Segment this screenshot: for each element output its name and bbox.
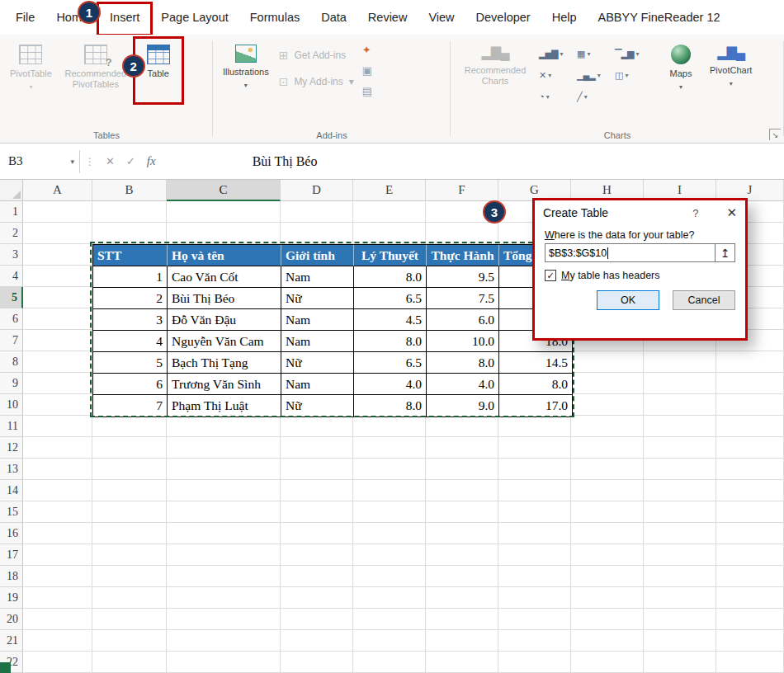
cell-d17[interactable] <box>281 544 353 566</box>
cell-c20[interactable] <box>167 609 281 630</box>
row-header-12[interactable]: 12 <box>0 437 23 459</box>
cell-h20[interactable] <box>571 609 644 630</box>
table-cell[interactable]: 9.5 <box>427 266 499 288</box>
cell-e2[interactable] <box>353 223 426 244</box>
table-cell[interactable]: Bạch Thị Tạng <box>168 352 281 374</box>
insert-waterfall-chart-button[interactable]: ▔▂▆▾ <box>611 43 649 64</box>
cell-b2[interactable] <box>92 223 167 244</box>
cell-j19[interactable] <box>716 587 784 609</box>
insert-hierarchy-chart-button[interactable]: ▦▾ <box>573 43 611 64</box>
cell-f16[interactable] <box>426 523 498 544</box>
cell-f15[interactable] <box>426 501 498 523</box>
cell-j10[interactable] <box>716 394 784 416</box>
cell-d1[interactable] <box>281 201 353 223</box>
table-cell[interactable]: 8.0 <box>354 331 427 352</box>
cell-d2[interactable] <box>281 223 353 244</box>
column-header-d[interactable]: D <box>281 180 353 201</box>
cell-f14[interactable] <box>426 480 498 501</box>
addin-shortcut-icon[interactable]: ✦ <box>362 45 372 55</box>
cell-i13[interactable] <box>644 459 716 480</box>
tab-help[interactable]: Help <box>541 0 588 35</box>
cell-b14[interactable] <box>92 480 167 501</box>
cell-a22[interactable] <box>23 652 92 673</box>
tab-developer[interactable]: Developer <box>465 0 541 35</box>
cell-j22[interactable] <box>716 652 784 673</box>
cell-i11[interactable] <box>644 416 716 437</box>
cell-i8[interactable] <box>644 351 716 373</box>
tab-formulas[interactable]: Formulas <box>239 0 310 35</box>
tab-data[interactable]: Data <box>310 0 357 35</box>
table-cell[interactable]: 4 <box>93 331 168 352</box>
table-cell[interactable]: 6.5 <box>354 352 427 374</box>
row-header-20[interactable]: 20 <box>0 609 23 630</box>
table-cell[interactable]: 5 <box>93 352 168 374</box>
cell-i12[interactable] <box>644 437 716 459</box>
confirm-entry-icon[interactable]: ✓ <box>126 155 135 167</box>
tab-view[interactable]: View <box>418 0 465 35</box>
column-header-c[interactable]: C <box>167 180 281 201</box>
cell-f22[interactable] <box>426 652 498 673</box>
row-header-19[interactable]: 19 <box>0 587 23 609</box>
table-cell[interactable]: 14.5 <box>499 352 572 374</box>
cell-f19[interactable] <box>426 587 498 609</box>
get-addins-button[interactable]: ⊞ Get Add-ins <box>279 46 354 64</box>
column-header-f[interactable]: F <box>426 180 498 201</box>
cell-d12[interactable] <box>281 437 353 459</box>
cell-a7[interactable] <box>23 330 92 351</box>
cell-g16[interactable] <box>498 523 571 544</box>
headers-checkbox[interactable]: ✓ <box>545 270 556 281</box>
cell-j9[interactable] <box>716 373 784 394</box>
table-cell[interactable]: Nữ <box>281 288 354 309</box>
cell-h13[interactable] <box>571 459 644 480</box>
cell-a21[interactable] <box>23 630 92 652</box>
table-range-input[interactable]: $B$3:$G$10 <box>545 244 715 261</box>
cell-j15[interactable] <box>716 501 784 523</box>
recommended-pivottables-button[interactable]: ? Recommended PivotTables <box>57 35 135 129</box>
table-cell[interactable]: Bùi Thị Béo <box>168 288 281 309</box>
cell-g14[interactable] <box>498 480 571 501</box>
cell-e22[interactable] <box>353 652 426 673</box>
cell-h17[interactable] <box>571 544 644 566</box>
cell-g17[interactable] <box>498 544 571 566</box>
cell-h8[interactable] <box>571 351 644 373</box>
tab-insert[interactable]: Insert <box>99 0 150 35</box>
table-cell[interactable]: 6.5 <box>354 288 427 309</box>
row-header-2[interactable]: 2 <box>0 223 23 244</box>
cell-d21[interactable] <box>281 630 353 652</box>
cell-a6[interactable] <box>23 308 92 330</box>
cell-a10[interactable] <box>23 394 92 416</box>
cell-a16[interactable] <box>23 523 92 544</box>
cell-h22[interactable] <box>571 652 644 673</box>
row-header-6[interactable]: 6 <box>0 308 23 330</box>
cell-i17[interactable] <box>644 544 716 566</box>
ok-button[interactable]: OK <box>597 290 659 310</box>
cell-i22[interactable] <box>644 652 716 673</box>
tab-review[interactable]: Review <box>357 0 418 35</box>
cell-c1[interactable] <box>167 201 281 223</box>
cell-c15[interactable] <box>167 501 281 523</box>
tab-file[interactable]: File <box>5 0 45 35</box>
cell-d22[interactable] <box>281 652 353 673</box>
table-cell[interactable]: 7 <box>93 395 168 417</box>
table-cell[interactable]: 4.0 <box>427 374 499 395</box>
row-header-16[interactable]: 16 <box>0 523 23 544</box>
row-header-13[interactable]: 13 <box>0 459 23 480</box>
cell-e1[interactable] <box>353 201 426 223</box>
table-cell[interactable]: Nữ <box>281 352 354 374</box>
cell-a4[interactable] <box>23 266 92 287</box>
cell-j18[interactable] <box>716 566 784 587</box>
cell-a3[interactable] <box>23 244 92 266</box>
cell-g18[interactable] <box>498 566 571 587</box>
cell-g13[interactable] <box>498 459 571 480</box>
row-header-3[interactable]: 3 <box>0 244 23 266</box>
cell-c2[interactable] <box>167 223 281 244</box>
row-header-21[interactable]: 21 <box>0 630 23 652</box>
cell-b22[interactable] <box>92 652 167 673</box>
cell-a2[interactable] <box>23 223 92 244</box>
cell-c21[interactable] <box>167 630 281 652</box>
row-header-17[interactable]: 17 <box>0 544 23 566</box>
insert-column-chart-button[interactable]: ▂▅▇▾ <box>535 43 573 64</box>
tab-page-layout[interactable]: Page Layout <box>150 0 239 35</box>
cell-h12[interactable] <box>571 437 644 459</box>
cell-h15[interactable] <box>571 501 644 523</box>
